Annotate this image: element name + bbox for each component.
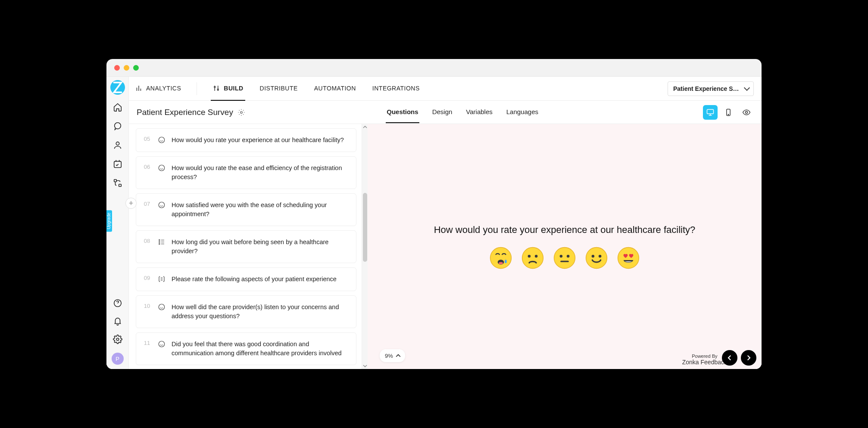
svg-point-37 <box>592 254 595 257</box>
list-icon <box>158 238 165 246</box>
svg-point-14 <box>159 137 165 143</box>
app-window: Upgrade P + ANALYTICS BUILD <box>106 59 762 369</box>
question-number: 06 <box>142 164 152 170</box>
app-body: Upgrade P + ANALYTICS BUILD <box>106 76 762 369</box>
question-text: How long did you wait before being seen … <box>172 238 350 256</box>
question-card[interactable]: 11Did you feel that there was good coord… <box>136 332 356 365</box>
survey-selector[interactable]: Patient Experience Sur… <box>668 81 754 96</box>
preview-button[interactable] <box>739 105 754 120</box>
svg-point-29 <box>528 254 531 257</box>
subtab-variables[interactable]: Variables <box>465 101 493 123</box>
smiley-icon <box>158 136 165 144</box>
emoji-rating-row <box>490 247 640 269</box>
question-number: 09 <box>142 275 152 281</box>
emoji-happy[interactable] <box>585 247 608 269</box>
workflow-icon[interactable] <box>113 178 122 188</box>
scroll-down-icon[interactable] <box>363 364 367 368</box>
tab-label: DISTRIBUTE <box>260 85 298 92</box>
sub-header: Patient Experience Survey Questions Desi… <box>129 101 762 124</box>
question-text: Did you feel that there was good coordin… <box>172 340 350 358</box>
powered-by[interactable]: Powered By Zonka Feedback <box>682 354 727 366</box>
window-zoom-button[interactable] <box>133 65 139 71</box>
gear-icon[interactable] <box>237 109 245 116</box>
window-minimize-button[interactable] <box>124 65 129 71</box>
emoji-love[interactable] <box>617 247 640 269</box>
emoji-sad[interactable] <box>521 247 544 269</box>
svg-point-12 <box>728 114 729 115</box>
progress-indicator[interactable]: 9% <box>380 349 405 362</box>
question-card[interactable]: 07How satisfied were you with the ease o… <box>136 193 356 226</box>
gear-icon[interactable] <box>113 335 122 344</box>
subtab-languages[interactable]: Languages <box>506 101 539 123</box>
brand-logo[interactable] <box>110 80 125 95</box>
emoji-neutral[interactable] <box>553 247 576 269</box>
svg-point-8 <box>218 89 219 90</box>
subtab-design[interactable]: Design <box>431 101 453 123</box>
home-icon[interactable] <box>113 102 122 112</box>
svg-point-25 <box>499 262 503 264</box>
chat-icon[interactable] <box>113 121 122 131</box>
view-toggles <box>703 105 754 120</box>
question-number: 07 <box>142 201 152 207</box>
scroll-up-icon[interactable] <box>363 125 367 129</box>
matrix-icon <box>158 275 165 283</box>
desktop-view-button[interactable] <box>703 105 718 120</box>
question-card[interactable]: 05How would you rate your experience at … <box>136 128 356 152</box>
question-card[interactable]: 10How well did the care provider(s) list… <box>136 295 356 328</box>
tab-analytics[interactable]: ANALYTICS <box>133 77 183 101</box>
tab-distribute[interactable]: DISTRIBUTE <box>258 77 300 100</box>
svg-point-38 <box>599 254 602 257</box>
question-card[interactable]: 06How would you rate the ease and effici… <box>136 156 356 189</box>
smiley-icon <box>158 303 165 311</box>
tab-automation[interactable]: AUTOMATION <box>312 77 358 100</box>
svg-point-17 <box>159 239 160 240</box>
tab-label: INTEGRATIONS <box>372 85 420 92</box>
add-button[interactable]: + <box>125 198 137 209</box>
svg-point-33 <box>560 254 563 257</box>
prev-button[interactable] <box>722 350 737 366</box>
subtab-questions[interactable]: Questions <box>386 101 419 123</box>
question-card[interactable]: 09Please rate the following aspects of y… <box>136 267 356 291</box>
question-card[interactable]: 08How long did you wait before being see… <box>136 230 356 263</box>
smiley-icon <box>158 201 165 209</box>
svg-rect-3 <box>114 180 116 182</box>
tab-build[interactable]: BUILD <box>211 77 245 101</box>
upgrade-tag[interactable]: Upgrade <box>106 210 112 232</box>
tab-integrations[interactable]: INTEGRATIONS <box>371 77 422 100</box>
help-icon[interactable] <box>113 298 122 308</box>
survey-title: Patient Experience Survey <box>137 108 245 117</box>
preview-pane: How would you rate your experience at ou… <box>368 124 762 369</box>
tab-label: ANALYTICS <box>146 85 181 92</box>
progress-value: 9% <box>385 353 393 359</box>
svg-point-1 <box>116 142 119 145</box>
top-nav: ANALYTICS BUILD DISTRIBUTE AUTOMATION IN… <box>129 77 762 101</box>
preview-question-text: How would you rate your experience at ou… <box>434 224 696 236</box>
calendar-icon[interactable] <box>113 159 122 169</box>
svg-point-20 <box>159 304 165 310</box>
window-close-button[interactable] <box>114 65 120 71</box>
scrollbar[interactable] <box>362 124 368 369</box>
scroll-thumb[interactable] <box>363 193 367 262</box>
avatar[interactable]: P <box>112 353 124 365</box>
content-area: 05How would you rate your experience at … <box>129 124 762 369</box>
person-icon[interactable] <box>113 140 122 150</box>
chevron-up-icon <box>396 353 401 358</box>
question-text: How satisfied were you with the ease of … <box>172 201 350 219</box>
tab-label: AUTOMATION <box>314 85 356 92</box>
analytics-icon <box>135 84 143 92</box>
svg-point-18 <box>159 242 160 242</box>
main-area: ANALYTICS BUILD DISTRIBUTE AUTOMATION IN… <box>129 77 762 369</box>
question-number: 08 <box>142 238 152 244</box>
emoji-crying[interactable] <box>490 247 512 269</box>
question-text: Please rate the following aspects of you… <box>172 275 337 284</box>
sub-tabs: Questions Design Variables Languages <box>386 101 539 123</box>
mobile-view-button[interactable] <box>721 105 736 120</box>
smiley-icon <box>158 340 165 348</box>
question-text: How well did the care provider(s) listen… <box>172 303 350 321</box>
question-list[interactable]: 05How would you rate your experience at … <box>129 124 362 369</box>
next-button[interactable] <box>741 350 756 366</box>
left-rail: Upgrade P <box>106 77 129 369</box>
nav-divider <box>197 82 197 95</box>
bell-icon[interactable] <box>113 316 122 326</box>
svg-point-34 <box>567 254 570 257</box>
